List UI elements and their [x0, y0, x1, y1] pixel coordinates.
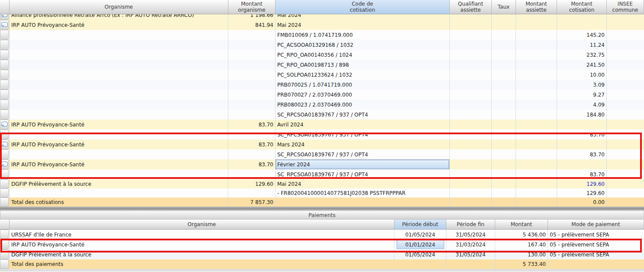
- periode-fin-cell[interactable]: 31/05/2024: [446, 249, 495, 259]
- row-selector[interactable]: [0, 139, 10, 149]
- qualifiant-assiette-cell[interactable]: [450, 130, 492, 139]
- row-selector[interactable]: [0, 159, 10, 169]
- column-header-code-cotisation[interactable]: Code de cotisation: [276, 0, 450, 14]
- qualifiant-assiette-cell[interactable]: [450, 40, 492, 50]
- insee-commune-cell[interactable]: [607, 80, 644, 90]
- montant-cotisation-cell[interactable]: 11.24: [557, 40, 607, 50]
- row-selector-face[interactable]: [0, 169, 9, 179]
- paiement-row[interactable]: IRP AUTO Prévoyance-Santé01/01/202431/03…: [0, 240, 644, 249]
- column-header-taux[interactable]: Taux: [492, 0, 516, 14]
- taux-cell[interactable]: [492, 80, 516, 90]
- organisme-row[interactable]: IRP AUTO Prévoyance-Santé83.70Avril 2024: [0, 120, 644, 130]
- comment-bubble-icon[interactable]: [1, 142, 8, 146]
- montant-assiette-cell[interactable]: [516, 50, 557, 60]
- taux-cell[interactable]: [492, 40, 516, 50]
- code-cotisation-cell[interactable]: SC_RPCSOA01839767 / 937 / OPT4: [276, 110, 450, 120]
- organisme-cell[interactable]: [10, 70, 228, 80]
- qualifiant-assiette-cell[interactable]: [450, 70, 492, 80]
- montant-organisme-cell[interactable]: 841.94: [228, 20, 276, 30]
- organisme-cell[interactable]: [10, 60, 228, 70]
- organisme-row[interactable]: DGFIP Prélèvement à la source129.60Mai 2…: [0, 179, 644, 188]
- code-cotisation-cell[interactable]: [276, 198, 450, 207]
- montant-assiette-cell[interactable]: [516, 70, 557, 80]
- montant-cotisation-cell[interactable]: [557, 14, 607, 20]
- row-selector[interactable]: [0, 100, 10, 110]
- organisme-cell[interactable]: IRP AUTO Prévoyance-Santé: [10, 240, 394, 249]
- montant-assiette-cell[interactable]: [516, 149, 557, 159]
- code-cotisation-cell[interactable]: SC_RPCSOA01839767 / 937 / OPT4: [276, 130, 450, 139]
- periode-fin-cell[interactable]: 31/03/2024: [446, 240, 495, 249]
- cotisation-detail-row[interactable]: SC_RPCSOA01839767 / 937 / OPT483.70: [0, 169, 644, 179]
- qualifiant-assiette-cell[interactable]: [450, 169, 492, 179]
- montant-organisme-cell[interactable]: [228, 100, 276, 110]
- montant-organisme-cell[interactable]: 83.70: [228, 139, 276, 149]
- qualifiant-assiette-cell[interactable]: [450, 60, 492, 70]
- montant-organisme-cell[interactable]: [228, 40, 276, 50]
- insee-commune-cell[interactable]: [607, 179, 644, 188]
- insee-commune-cell[interactable]: [607, 60, 644, 70]
- periode-debut-cell[interactable]: [394, 259, 446, 269]
- insee-commune-cell[interactable]: [607, 188, 644, 198]
- montant-organisme-cell[interactable]: [228, 50, 276, 60]
- comment-bubble-icon[interactable]: [1, 22, 8, 27]
- insee-commune-cell[interactable]: [607, 198, 644, 207]
- montant-organisme-cell[interactable]: [228, 188, 276, 198]
- code-cotisation-cell[interactable]: PC_SOLPOA01233624 / 1032: [276, 70, 450, 80]
- montant-organisme-cell[interactable]: [228, 110, 276, 120]
- montant-cotisation-cell[interactable]: 129.60: [557, 179, 607, 188]
- montant-cell[interactable]: 167.40: [495, 240, 548, 249]
- code-cotisation-cell[interactable]: Mai 2024: [276, 14, 450, 20]
- periode-fin-cell[interactable]: 31/05/2024: [446, 230, 495, 240]
- organisme-cell[interactable]: DGFIP Prélèvement à la source: [10, 179, 228, 188]
- montant-organisme-cell[interactable]: [228, 80, 276, 90]
- taux-cell[interactable]: [492, 130, 516, 139]
- code-cotisation-cell[interactable]: SC_RPCSOA01839767 / 937 / OPT4: [276, 169, 450, 179]
- cotisation-detail-row[interactable]: PC_SOLPOA01233624 / 103210.00: [0, 70, 644, 80]
- cotisation-detail-row[interactable]: PC_ACSOOA01329168 / 103211.24: [0, 40, 644, 50]
- montant-organisme-cell[interactable]: [228, 30, 276, 40]
- cotisation-detail-row[interactable]: PC_RPO_OA00198713 / 898241.50: [0, 60, 644, 70]
- qualifiant-assiette-cell[interactable]: [450, 188, 492, 198]
- qualifiant-assiette-cell[interactable]: [450, 198, 492, 207]
- row-selector[interactable]: [0, 120, 10, 130]
- montant-assiette-cell[interactable]: [516, 40, 557, 50]
- taux-cell[interactable]: [492, 179, 516, 188]
- code-cotisation-cell[interactable]: PC_ACSOOA01329168 / 1032: [276, 40, 450, 50]
- montant-organisme-cell[interactable]: 83.70: [228, 159, 276, 169]
- taux-cell[interactable]: [492, 159, 516, 169]
- row-selector-face[interactable]: [0, 100, 9, 110]
- organisme-row[interactable]: Alliance professionnelle Retraite Arrco …: [0, 14, 644, 20]
- row-selector-face[interactable]: [0, 179, 9, 188]
- code-cotisation-cell[interactable]: Avril 2024: [276, 120, 450, 130]
- montant-cotisation-cell[interactable]: 129.60: [557, 188, 607, 198]
- row-selector-face[interactable]: [0, 259, 9, 269]
- row-selector[interactable]: [0, 179, 10, 188]
- code-cotisation-cell[interactable]: SC_RPCSOA01839767 / 937 / OPT4: [276, 149, 450, 159]
- organisme-cell[interactable]: [10, 40, 228, 50]
- row-selector-face[interactable]: [0, 240, 9, 249]
- selected-date-cell[interactable]: 01/01/2024: [397, 240, 444, 249]
- row-selector[interactable]: [0, 130, 10, 139]
- mode-paiement-cell[interactable]: 05 - prélèvement SEPA: [548, 230, 644, 240]
- periode-fin-cell[interactable]: [446, 259, 495, 269]
- montant-assiette-cell[interactable]: [516, 159, 557, 169]
- insee-commune-cell[interactable]: [607, 100, 644, 110]
- taux-cell[interactable]: [492, 110, 516, 120]
- row-selector[interactable]: [0, 30, 10, 40]
- code-cotisation-cell[interactable]: PRB080023 / 2.0370469.000: [276, 100, 450, 110]
- insee-commune-cell[interactable]: [607, 40, 644, 50]
- row-selector[interactable]: [0, 249, 10, 259]
- organisme-cell[interactable]: [10, 130, 228, 139]
- mode-paiement-cell[interactable]: [548, 259, 644, 269]
- montant-assiette-cell[interactable]: [516, 120, 557, 130]
- row-selector-face[interactable]: [0, 120, 9, 130]
- organisme-row[interactable]: IRP AUTO Prévoyance-Santé841.94Mai 2024: [0, 20, 644, 30]
- qualifiant-assiette-cell[interactable]: [450, 110, 492, 120]
- montant-cotisation-cell[interactable]: 241.50: [557, 60, 607, 70]
- column-header-montant[interactable]: Montant: [495, 220, 548, 230]
- paiement-row[interactable]: URSSAF d'Ile de France01/05/202431/05/20…: [0, 230, 644, 240]
- cotisation-detail-row[interactable]: PRB080023 / 2.0370469.0004.09: [0, 100, 644, 110]
- cotisation-detail-row[interactable]: SC_RPCSOA01839767 / 937 / OPT4184.80: [0, 110, 644, 120]
- montant-assiette-cell[interactable]: [516, 100, 557, 110]
- column-header-organisme[interactable]: Organisme: [10, 220, 394, 230]
